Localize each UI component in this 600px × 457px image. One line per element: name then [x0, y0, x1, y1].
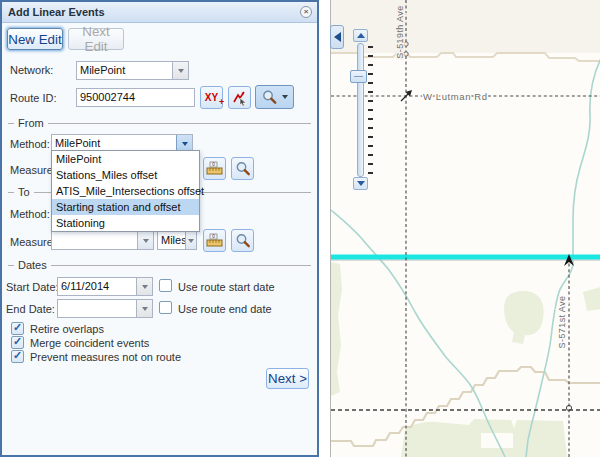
use-route-start-date-checkbox[interactable] — [159, 279, 172, 292]
zoom-in-button[interactable] — [353, 29, 368, 42]
close-icon[interactable]: × — [300, 6, 312, 18]
network-dropdown-trigger[interactable] — [172, 62, 188, 79]
from-method-label: Method: — [10, 138, 50, 150]
new-edit-button[interactable]: New Edit — [7, 28, 63, 50]
from-fieldset-line — [8, 123, 311, 124]
dates-fieldset-line — [8, 265, 311, 266]
retire-overlaps-checkbox[interactable] — [11, 322, 24, 335]
use-route-start-date-label: Use route start date — [178, 281, 275, 293]
vegetation-right-patch — [583, 287, 600, 311]
dropdown-item-stationing[interactable]: Stationing — [52, 215, 199, 231]
method-dropdown-list: MilePoint Stations_Miles offset ATIS_Mil… — [51, 150, 200, 232]
to-measure-ruler-button[interactable]: 0 — [203, 229, 226, 252]
network-value: MilePoint — [77, 62, 172, 79]
from-measure-ruler-button[interactable]: 0 — [203, 157, 226, 180]
to-units-value: Miles — [158, 232, 185, 249]
to-method-label: Method: — [10, 208, 50, 220]
map-viewport[interactable]: W Lutman Rd S-519th Ave S-571st Ave — [330, 0, 600, 457]
network-label: Network: — [10, 64, 53, 76]
route-id-label: Route ID: — [10, 92, 56, 104]
ruler-icon: 0 — [206, 161, 223, 176]
prevent-measures-checkbox[interactable] — [11, 350, 24, 363]
to-units-combo[interactable]: Miles — [157, 231, 197, 250]
from-measure-search-button[interactable] — [231, 157, 254, 180]
dropdown-item-atis-mile-intersections-offset[interactable]: ATIS_Mile_Intersections offset — [52, 183, 199, 199]
next-button[interactable]: Next > — [266, 368, 309, 389]
end-date-combo[interactable] — [57, 299, 153, 318]
road-label-s519th: S-519th Ave — [395, 5, 405, 58]
to-legend: To — [14, 186, 34, 198]
route-id-input[interactable]: 950002744 — [76, 88, 195, 107]
to-measure-combo[interactable] — [51, 231, 154, 250]
road-label-s571st: S-571st Ave — [557, 296, 567, 349]
from-legend: From — [14, 117, 48, 129]
chevron-up-icon — [357, 33, 365, 38]
retire-overlaps-label: Retire overlaps — [30, 323, 104, 335]
dropdown-item-stations-miles-offset[interactable]: Stations_Miles offset — [52, 167, 199, 183]
to-measure-dropdown-trigger[interactable] — [137, 232, 153, 249]
start-date-value: 6/11/2014 — [58, 278, 136, 295]
magnifier-icon — [235, 233, 251, 249]
dropdown-item-starting-station-and-offset[interactable]: Starting station and offset — [52, 199, 199, 215]
network-combo[interactable]: MilePoint — [76, 61, 189, 80]
zoom-slider-ticks — [368, 46, 373, 179]
panel-title: Add Linear Events — [8, 6, 105, 18]
start-date-dropdown-trigger[interactable] — [136, 278, 152, 295]
merge-coincident-events-label: Merge coincident events — [30, 337, 149, 349]
next-edit-button[interactable]: Next Edit — [68, 28, 124, 50]
route-id-value: 950002744 — [77, 89, 194, 106]
collapse-panel-button[interactable] — [330, 25, 344, 49]
chevron-down-icon — [357, 181, 365, 186]
panel-header: Add Linear Events × — [2, 2, 317, 23]
zoom-slider-track[interactable] — [357, 43, 364, 177]
zoom-out-button[interactable] — [353, 177, 368, 190]
use-route-end-date-checkbox[interactable] — [159, 301, 172, 314]
map-pointer-icon — [232, 90, 248, 106]
search-route-dropdown-button[interactable] — [255, 85, 294, 109]
vegetation-left-strip — [331, 262, 342, 396]
to-measure-search-button[interactable] — [231, 229, 254, 252]
use-route-end-date-label: Use route end date — [178, 303, 272, 315]
end-date-value — [58, 300, 136, 317]
chevron-down-icon — [282, 95, 288, 99]
zoom-slider-handle[interactable] — [350, 70, 367, 83]
chevron-left-icon — [334, 32, 341, 42]
road-label-w-lutman: W Lutman Rd — [423, 91, 488, 102]
start-date-label: Start Date: — [6, 281, 59, 293]
from-measure-label: Measure: — [10, 164, 56, 176]
dates-legend: Dates — [14, 259, 51, 271]
add-linear-events-panel: Add Linear Events × New Edit Next Edit N… — [0, 0, 319, 457]
dropdown-item-milepoint[interactable]: MilePoint — [52, 151, 199, 167]
start-date-combo[interactable]: 6/11/2014 — [57, 277, 153, 296]
xy-icon: XY — [205, 92, 218, 103]
magnifier-icon — [235, 161, 251, 177]
to-units-dropdown-trigger[interactable] — [185, 232, 196, 249]
ruler-icon: 0 — [206, 233, 223, 248]
to-measure-label: Measure: — [10, 236, 56, 248]
end-date-dropdown-trigger[interactable] — [136, 300, 152, 317]
end-date-label: End Date: — [6, 303, 55, 315]
magnifier-icon — [261, 89, 278, 105]
merge-coincident-events-checkbox[interactable] — [11, 336, 24, 349]
vegetation-patch — [504, 291, 543, 344]
add-xy-button[interactable]: XY — [200, 86, 223, 109]
prevent-measures-label: Prevent measures not on route — [30, 351, 181, 363]
select-on-map-button[interactable] — [228, 86, 251, 109]
